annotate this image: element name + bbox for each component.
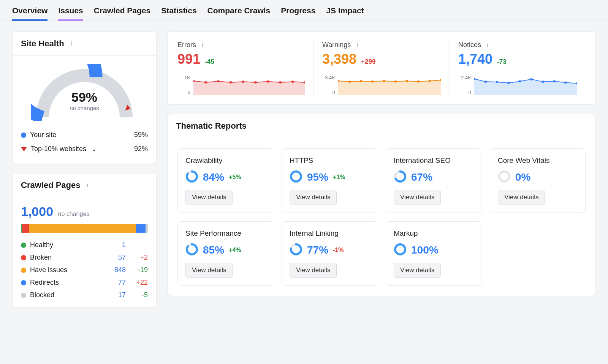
svg-point-2 xyxy=(217,80,220,82)
metrics-card: Errors i 991 -45 1K0 Warnings i 3,398 +2… xyxy=(167,32,596,105)
triangle-down-icon xyxy=(21,147,27,151)
svg-point-23 xyxy=(507,82,510,84)
info-icon[interactable]: i xyxy=(199,42,206,49)
status-row-have-issues[interactable]: Have issues 848 -19 xyxy=(21,264,148,276)
crawled-pages-title: Crawled Pages xyxy=(21,180,81,190)
svg-point-28 xyxy=(565,82,567,84)
crawled-pages-card: Crawled Pages i 1,000 no changes Healthy… xyxy=(12,173,157,308)
dot-icon xyxy=(21,243,26,248)
view-details-button[interactable]: View details xyxy=(498,190,545,205)
tab-overview[interactable]: Overview xyxy=(12,6,48,20)
bar-segment-redirects[interactable] xyxy=(136,224,146,233)
donut-icon xyxy=(290,243,302,257)
svg-point-8 xyxy=(291,80,294,83)
svg-point-11 xyxy=(348,80,351,83)
info-icon[interactable]: i xyxy=(354,42,361,49)
bar-segment-broken[interactable] xyxy=(22,224,29,233)
tab-crawled-pages[interactable]: Crawled Pages xyxy=(94,6,150,20)
report-internal-linking: Internal Linking 77% -1% View details xyxy=(282,221,377,286)
svg-point-17 xyxy=(417,80,420,83)
crawled-stacked-bar xyxy=(21,224,148,233)
donut-icon xyxy=(185,243,198,257)
chevron-down-icon: ⌄ xyxy=(92,145,97,153)
status-row-healthy[interactable]: Healthy 1 xyxy=(21,239,148,251)
svg-point-7 xyxy=(279,81,282,84)
site-health-card: Site Health i 59% no changes xyxy=(12,32,157,164)
svg-point-6 xyxy=(266,80,269,83)
legend-top10-dropdown[interactable]: Top-10% websites ⌄ 92% xyxy=(21,142,148,156)
report-https: HTTPS 95% +1% View details xyxy=(282,148,377,213)
svg-point-26 xyxy=(542,80,544,83)
view-details-button[interactable]: View details xyxy=(290,190,337,205)
report-site-performance: Site Performance 85% +4% View details xyxy=(177,221,273,286)
dot-icon xyxy=(21,255,26,260)
status-row-redirects[interactable]: Redirects 77 +22 xyxy=(21,276,148,289)
svg-point-36 xyxy=(499,172,509,181)
info-icon[interactable]: i xyxy=(84,182,91,189)
crawled-sub: no changes xyxy=(58,211,90,217)
report-international-seo: International SEO 67% View details xyxy=(386,148,481,213)
view-details-button[interactable]: View details xyxy=(185,190,233,205)
svg-point-12 xyxy=(360,80,363,82)
metric-errors[interactable]: Errors i 991 -45 1K0 xyxy=(177,39,314,97)
dot-icon xyxy=(21,132,26,138)
bar-segment-blocked[interactable] xyxy=(146,224,148,233)
view-details-button[interactable]: View details xyxy=(394,263,441,278)
svg-point-43 xyxy=(395,244,405,254)
thematic-card: Thematic Reports Crawlability 84% +5% Vi… xyxy=(167,114,596,296)
site-health-title: Site Health xyxy=(21,39,64,49)
tab-statistics[interactable]: Statistics xyxy=(161,6,196,20)
svg-point-39 xyxy=(187,244,197,254)
info-icon[interactable]: i xyxy=(68,40,75,47)
tab-bar: OverviewIssuesCrawled PagesStatisticsCom… xyxy=(0,0,608,21)
svg-point-21 xyxy=(484,80,487,83)
metric-notices[interactable]: Notices i 1,740 -73 2.4K0 xyxy=(450,39,586,97)
tab-progress[interactable]: Progress xyxy=(281,6,315,20)
svg-point-27 xyxy=(553,80,556,82)
crawled-total[interactable]: 1,000 xyxy=(21,204,53,219)
svg-point-14 xyxy=(383,80,385,82)
svg-point-31 xyxy=(187,172,197,181)
report-markup: Markup 100% View details xyxy=(386,221,481,286)
svg-point-3 xyxy=(229,81,232,84)
legend-your-site: Your site 59% xyxy=(21,128,148,142)
bar-segment-have_issues[interactable] xyxy=(29,224,136,233)
dot-icon xyxy=(21,268,26,273)
status-row-broken[interactable]: Broken 57 +2 xyxy=(21,251,148,264)
view-details-button[interactable]: View details xyxy=(394,190,441,205)
svg-point-22 xyxy=(496,81,499,83)
site-health-gauge: 59% no changes xyxy=(31,64,138,121)
svg-point-13 xyxy=(371,80,374,83)
site-health-sub: no changes xyxy=(31,105,138,111)
metric-warnings[interactable]: Warnings i 3,398 +299 3.4K0 xyxy=(314,39,450,97)
report-crawlability: Crawlability 84% +5% View details xyxy=(177,148,273,213)
thematic-title: Thematic Reports xyxy=(176,121,247,131)
svg-point-15 xyxy=(394,80,397,83)
view-details-button[interactable]: View details xyxy=(185,263,233,278)
donut-icon xyxy=(498,170,511,184)
svg-point-24 xyxy=(519,80,521,82)
donut-icon xyxy=(394,243,407,257)
svg-point-18 xyxy=(429,80,431,82)
status-row-blocked[interactable]: Blocked 17 -5 xyxy=(21,289,148,301)
svg-point-5 xyxy=(254,81,257,84)
dot-icon xyxy=(21,280,26,285)
donut-icon xyxy=(290,170,302,184)
site-health-pct: 59% xyxy=(31,90,138,105)
donut-icon xyxy=(394,170,407,184)
svg-point-16 xyxy=(405,80,408,82)
tab-compare-crawls[interactable]: Compare Crawls xyxy=(207,6,271,20)
donut-icon xyxy=(185,170,198,184)
svg-point-25 xyxy=(530,78,533,80)
tab-issues[interactable]: Issues xyxy=(58,6,83,20)
report-core-web-vitals: Core Web Vitals 0% View details xyxy=(490,148,586,213)
svg-point-1 xyxy=(204,81,207,84)
view-details-button[interactable]: View details xyxy=(290,263,337,278)
dot-icon xyxy=(21,293,26,298)
svg-point-33 xyxy=(291,172,301,181)
info-icon[interactable]: i xyxy=(484,42,491,49)
svg-point-4 xyxy=(242,80,244,83)
tab-js-impact[interactable]: JS Impact xyxy=(326,6,364,20)
